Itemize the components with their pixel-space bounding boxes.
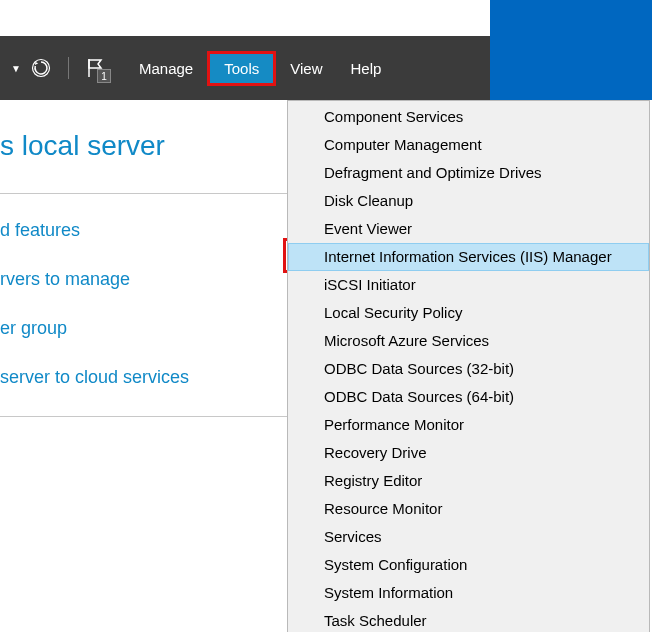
menu-manage[interactable]: Manage	[125, 54, 207, 83]
tools-menu-item[interactable]: Internet Information Services (IIS) Mana…	[288, 243, 649, 271]
desktop-background-corner	[490, 0, 652, 100]
tools-dropdown-menu: Component ServicesComputer ManagementDef…	[287, 100, 650, 632]
tools-menu-item[interactable]: Computer Management	[288, 131, 649, 159]
notification-badge: 1	[97, 69, 111, 83]
tools-menu-item[interactable]: Component Services	[288, 103, 649, 131]
tools-menu-item[interactable]: System Configuration	[288, 551, 649, 579]
menu-view[interactable]: View	[276, 54, 336, 83]
tools-menu-item[interactable]: Recovery Drive	[288, 439, 649, 467]
link-item[interactable]: rvers to manage	[0, 269, 290, 290]
link-item[interactable]: er group	[0, 318, 290, 339]
content-divider	[0, 416, 290, 417]
refresh-icon	[31, 58, 51, 78]
tools-menu-item[interactable]: Registry Editor	[288, 467, 649, 495]
tools-menu-item[interactable]: Microsoft Azure Services	[288, 327, 649, 355]
refresh-button[interactable]	[26, 53, 56, 83]
tools-menu-item[interactable]: Defragment and Optimize Drives	[288, 159, 649, 187]
tools-menu-item[interactable]: iSCSI Initiator	[288, 271, 649, 299]
menubar-divider	[68, 57, 69, 79]
tools-menu-item[interactable]: Local Security Policy	[288, 299, 649, 327]
tools-menu-item[interactable]: ODBC Data Sources (32-bit)	[288, 355, 649, 383]
tools-menu-item[interactable]: Event Viewer	[288, 215, 649, 243]
notifications-button[interactable]: 1	[81, 51, 109, 85]
tools-menu-item[interactable]: Disk Cleanup	[288, 187, 649, 215]
page-title: s local server	[0, 130, 290, 193]
tools-menu-item[interactable]: System Information	[288, 579, 649, 607]
dashboard-content: s local server d features rvers to manag…	[0, 100, 290, 417]
tools-menu-item[interactable]: Task Scheduler	[288, 607, 649, 632]
link-item[interactable]: server to cloud services	[0, 367, 290, 388]
menu-tools[interactable]: Tools	[207, 51, 276, 86]
tools-menu-item[interactable]: ODBC Data Sources (64-bit)	[288, 383, 649, 411]
dropdown-caret-icon[interactable]: ▼	[6, 63, 26, 74]
window-titlebar	[0, 0, 652, 36]
link-item[interactable]: d features	[0, 220, 290, 241]
quick-links: d features rvers to manage er group serv…	[0, 194, 290, 388]
tools-menu-item[interactable]: Resource Monitor	[288, 495, 649, 523]
tools-menu-item[interactable]: Services	[288, 523, 649, 551]
menu-help[interactable]: Help	[337, 54, 396, 83]
tools-menu-item[interactable]: Performance Monitor	[288, 411, 649, 439]
